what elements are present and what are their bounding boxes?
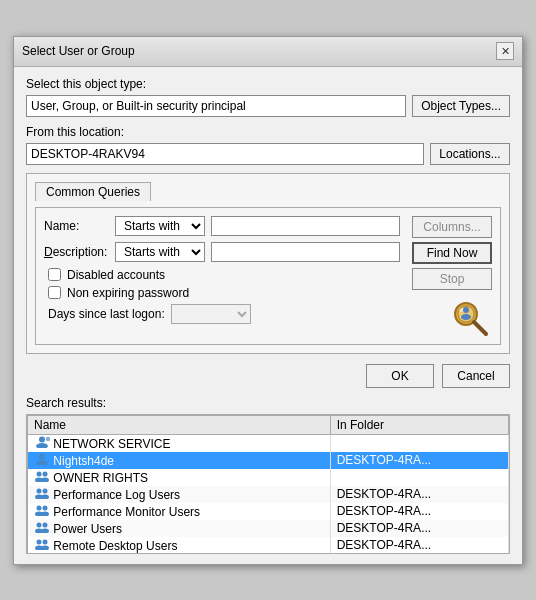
name-condition-dropdown[interactable]: Starts with Is exactly (115, 216, 205, 236)
days-since-row: Days since last logon: (48, 304, 400, 324)
queries-inner-box: Name: Starts with Is exactly Description… (35, 207, 501, 345)
query-buttons: Columns... Find Now Stop (412, 216, 492, 338)
object-types-button[interactable]: Object Types... (412, 95, 510, 117)
svg-point-16 (43, 488, 48, 493)
dialog-body: Select this object type: Object Types...… (14, 67, 522, 564)
svg-point-10 (36, 460, 48, 465)
result-folder-cell: DESKTOP-4RA... (330, 520, 508, 537)
close-button[interactable]: ✕ (496, 42, 514, 60)
table-row[interactable]: Nightsh4deDESKTOP-4RA... (28, 452, 509, 469)
columns-button[interactable]: Columns... (412, 216, 492, 238)
svg-point-22 (41, 511, 49, 516)
query-main-content: Name: Starts with Is exactly Description… (44, 216, 492, 338)
svg-point-12 (43, 471, 48, 476)
ok-cancel-row: OK Cancel (26, 364, 510, 388)
ok-button[interactable]: OK (366, 364, 434, 388)
common-queries-box: Common Queries Name: Starts with Is exac… (26, 173, 510, 354)
svg-point-7 (36, 443, 48, 448)
group-icon (34, 487, 50, 499)
dialog-title: Select User or Group (22, 44, 135, 58)
table-row[interactable]: NETWORK SERVICE (28, 434, 509, 452)
location-input[interactable] (26, 143, 424, 165)
result-folder-cell: DESKTOP-4RA... (330, 503, 508, 520)
group-icon (34, 504, 50, 516)
table-row[interactable]: OWNER RIGHTS (28, 469, 509, 486)
table-row[interactable]: Remote Desktop UsersDESKTOP-4RA... (28, 537, 509, 554)
service-icon (34, 436, 50, 448)
disabled-accounts-row: Disabled accounts (48, 268, 400, 282)
result-name-cell: Remote Desktop Users (28, 537, 331, 554)
query-fields: Name: Starts with Is exactly Description… (44, 216, 400, 338)
results-table: Name In Folder NETWORK SERVICE Nightsh4d… (27, 415, 509, 554)
svg-point-30 (41, 545, 49, 550)
svg-rect-8 (46, 437, 50, 441)
result-folder-cell (330, 434, 508, 452)
table-row[interactable]: Performance Monitor UsersDESKTOP-4RA... (28, 503, 509, 520)
disabled-accounts-label: Disabled accounts (67, 268, 165, 282)
svg-point-14 (41, 477, 49, 482)
result-name-cell: Nightsh4de (28, 452, 331, 469)
results-scroll-area[interactable]: Name In Folder NETWORK SERVICE Nightsh4d… (26, 414, 510, 554)
result-folder-cell: DESKTOP-4RA... (330, 537, 508, 554)
result-folder-cell (330, 469, 508, 486)
col-folder-header[interactable]: In Folder (330, 415, 508, 434)
description-condition-dropdown[interactable]: Starts with Is exactly (115, 242, 205, 262)
result-name-cell: Performance Monitor Users (28, 503, 331, 520)
svg-point-6 (39, 436, 45, 442)
select-user-group-dialog: Select User or Group ✕ Select this objec… (13, 36, 523, 565)
svg-point-4 (463, 307, 469, 313)
locations-button[interactable]: Locations... (430, 143, 510, 165)
svg-point-20 (43, 505, 48, 510)
svg-point-23 (37, 522, 42, 527)
svg-point-9 (39, 453, 45, 459)
find-now-button[interactable]: Find Now (412, 242, 492, 264)
result-folder-cell: DESKTOP-4RA... (330, 486, 508, 503)
group-icon (34, 470, 50, 482)
col-name-header[interactable]: Name (28, 415, 331, 434)
name-row: Name: Starts with Is exactly (44, 216, 400, 236)
non-expiring-checkbox[interactable] (48, 286, 61, 299)
description-label: Description: (44, 245, 109, 259)
days-since-dropdown[interactable] (171, 304, 251, 324)
group-icon (34, 521, 50, 533)
table-row[interactable]: Power UsersDESKTOP-4RA... (28, 520, 509, 537)
svg-point-26 (41, 528, 49, 533)
object-type-label: Select this object type: (26, 77, 510, 91)
svg-point-5 (461, 314, 471, 320)
svg-point-18 (41, 494, 49, 499)
table-row[interactable]: Performance Log UsersDESKTOP-4RA... (28, 486, 509, 503)
svg-point-19 (37, 505, 42, 510)
location-row: Locations... (26, 143, 510, 165)
svg-point-28 (43, 539, 48, 544)
svg-point-24 (43, 522, 48, 527)
svg-point-27 (37, 539, 42, 544)
non-expiring-row: Non expiring password (48, 286, 400, 300)
group-icon (34, 538, 50, 550)
svg-point-11 (37, 471, 42, 476)
user-icon (34, 453, 50, 465)
object-type-row: Object Types... (26, 95, 510, 117)
object-type-input[interactable] (26, 95, 406, 117)
non-expiring-label: Non expiring password (67, 286, 189, 300)
result-name-cell: OWNER RIGHTS (28, 469, 331, 486)
description-row: Description: Starts with Is exactly (44, 242, 400, 262)
description-query-input[interactable] (211, 242, 400, 262)
result-name-cell: Performance Log Users (28, 486, 331, 503)
title-bar: Select User or Group ✕ (14, 37, 522, 67)
svg-line-3 (474, 322, 486, 334)
days-since-label: Days since last logon: (48, 307, 165, 321)
name-label: Name: (44, 219, 109, 233)
name-query-input[interactable] (211, 216, 400, 236)
stop-button[interactable]: Stop (412, 268, 492, 290)
search-results-label: Search results: (26, 396, 510, 410)
location-label: From this location: (26, 125, 510, 139)
search-icon-area (412, 294, 492, 338)
common-queries-tab[interactable]: Common Queries (35, 182, 151, 201)
disabled-accounts-checkbox[interactable] (48, 268, 61, 281)
cancel-button[interactable]: Cancel (442, 364, 510, 388)
result-folder-cell: DESKTOP-4RA... (330, 452, 508, 469)
result-name-cell: Power Users (28, 520, 331, 537)
search-magnifier-icon (448, 294, 492, 338)
result-name-cell: NETWORK SERVICE (28, 434, 331, 452)
svg-point-15 (37, 488, 42, 493)
